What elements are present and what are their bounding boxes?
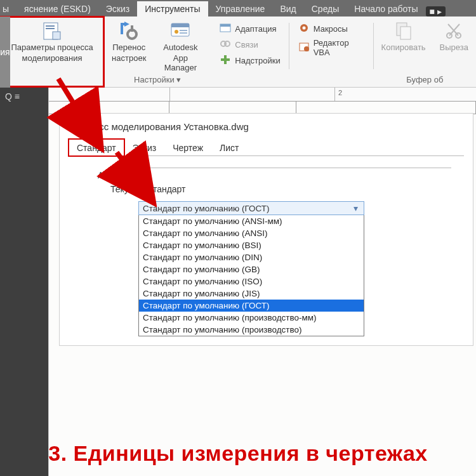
move-settings-label2: настроек — [112, 54, 146, 63]
svg-rect-7 — [171, 23, 189, 27]
combo-selected-text: Стандарт по умолчанию (ГОСТ) — [143, 204, 270, 213]
scissors-icon — [443, 20, 465, 42]
tab-manage[interactable]: Управление — [208, 1, 273, 17]
step-caption: 3. Единицы измерения в чертежах — [0, 441, 476, 466]
combo-dropdown: Стандарт по умолчанию (ANSI-мм) Стандарт… — [138, 215, 364, 336]
copy-label: Копировать — [381, 43, 426, 53]
chevron-down-icon: ▾ — [350, 203, 361, 213]
standard-combobox[interactable]: Стандарт по умолчанию (ГОСТ) ▾ Стандарт … — [138, 201, 364, 336]
vba-icon — [298, 41, 310, 55]
group-clipboard: Копировать Выреза Буфер об — [374, 17, 476, 87]
left-stub[interactable]: ия — [0, 17, 10, 88]
copy-button[interactable]: Копировать — [379, 19, 428, 54]
combo-selected[interactable]: Стандарт по умолчанию (ГОСТ) ▾ — [138, 201, 364, 215]
combo-option[interactable]: Стандарт по умолчанию (ANSI) — [139, 227, 364, 239]
dialog-tabs: Стандарт Эскиз Чертеж Лист — [69, 138, 464, 156]
svg-point-18 — [302, 27, 305, 30]
model-params-icon — [41, 20, 63, 42]
app-manager-label1: Autodesk — [163, 43, 197, 53]
svg-rect-3 — [46, 28, 55, 29]
dlg-tab-standard[interactable]: Стандарт — [69, 139, 124, 156]
combo-option[interactable]: Стандарт по умолчанию (BSI) — [139, 239, 364, 251]
ribbon: Параметры процесса моделирования Перенос… — [0, 17, 476, 88]
cut-button[interactable]: Выреза — [437, 19, 471, 54]
tab-eskd[interactable]: яснение (ESKD) — [17, 1, 98, 17]
wrench-arrow-icon — [118, 20, 140, 42]
svg-rect-2 — [46, 25, 55, 27]
svg-rect-22 — [400, 27, 411, 39]
addons-button[interactable]: Надстройки — [220, 53, 280, 68]
svg-point-20 — [304, 46, 309, 51]
combo-option[interactable]: Стандарт по умолчанию (DIN) — [139, 251, 364, 263]
combo-option[interactable]: Стандарт по умолчанию (производство-мм) — [139, 312, 364, 324]
dlg-tab-drawing[interactable]: Чертеж — [164, 139, 211, 156]
app-manager-label2: App Manager — [157, 54, 203, 73]
ribbon-tabs: ы яснение (ESKD) Эскиз Инструменты Управ… — [0, 0, 476, 17]
combo-option[interactable]: Стандарт по умолчанию (GB) — [139, 263, 364, 275]
vba-editor-label: Редактор VBA — [314, 38, 365, 57]
move-settings-label1: Перенос — [112, 43, 145, 53]
svg-rect-16 — [221, 58, 230, 61]
svg-rect-10 — [180, 32, 187, 34]
macros-button[interactable]: Макросы — [298, 22, 365, 36]
links-label: Связи — [235, 40, 258, 50]
addons-label: Надстройки — [235, 56, 280, 65]
app-manager-icon — [169, 20, 191, 42]
title-band — [49, 102, 476, 114]
links-icon — [220, 38, 231, 51]
vba-editor-button[interactable]: Редактор VBA — [298, 37, 365, 58]
adaptation-button[interactable]: Адаптация — [220, 22, 280, 36]
combo-option[interactable]: Стандарт по умолчанию (производство) — [139, 324, 364, 336]
combo-option[interactable]: Стандарт по умолчанию (JIS) — [139, 288, 364, 300]
svg-rect-1 — [53, 32, 60, 39]
model-process-dialog: Процесс моделирования Установка.dwg Стан… — [59, 113, 473, 346]
clipboard-group-label: Буфер об — [406, 75, 443, 87]
model-params-label2: моделирования — [22, 54, 83, 63]
svg-point-8 — [175, 30, 178, 34]
ruler-num-2: 2 — [338, 89, 342, 96]
group-macros: Макросы Редактор VBA — [289, 17, 374, 87]
svg-rect-12 — [220, 24, 230, 27]
model-params-button[interactable]: Параметры процесса моделирования — [8, 19, 95, 65]
left-search[interactable]: Q ≡ — [0, 88, 48, 105]
macros-label: Макросы — [314, 24, 348, 34]
ruler: 2 — [49, 88, 476, 102]
group-addons: Адаптация Связи Надстройки — [211, 17, 289, 87]
tab-tools[interactable]: Инструменты — [137, 1, 208, 17]
combo-option[interactable]: Стандарт по умолчанию (ANSI-мм) — [139, 215, 364, 227]
cut-label: Выреза — [440, 43, 468, 53]
svg-rect-5 — [131, 25, 133, 32]
settings-group-label[interactable]: Настройки ▾ — [134, 75, 181, 87]
left-panel: ия Q ≡ — [0, 88, 48, 476]
model-params-label1: Параметры процесса — [11, 43, 93, 53]
adaptation-icon — [220, 22, 231, 36]
adaptation-label: Адаптация — [235, 24, 276, 34]
combo-option-selected[interactable]: Стандарт по умолчанию (ГОСТ) — [139, 300, 364, 312]
addons-plus-icon — [220, 54, 231, 67]
current-standard-label: Текущий стандарт — [110, 182, 451, 196]
document-pane: 2 Процесс моделирования Установка.dwg Ст… — [48, 88, 476, 476]
dlg-tab-sheet[interactable]: Лист — [211, 139, 247, 156]
links-button[interactable]: Связи — [220, 37, 280, 52]
tab-getstarted[interactable]: Начало работы — [347, 1, 425, 17]
dlg-tab-sketch[interactable]: Эскиз — [124, 139, 164, 156]
svg-rect-9 — [180, 30, 187, 31]
macros-gear-icon — [298, 22, 310, 36]
tab-sketch[interactable]: Эскиз — [98, 1, 137, 17]
tab-env[interactable]: Среды — [304, 1, 347, 17]
move-settings-button[interactable]: Перенос настроек — [109, 19, 149, 74]
dialog-title: Процесс моделирования Установка.dwg — [69, 119, 464, 138]
combo-option[interactable]: Стандарт по умолчанию (ISO) — [139, 275, 364, 288]
copy-icon — [393, 20, 414, 42]
tab-view[interactable]: Вид — [272, 1, 303, 17]
tab-extra[interactable]: ■ ▸ — [426, 6, 446, 17]
group-settings: Перенос настроек Autodesk App Manager На… — [104, 17, 211, 87]
tab-trunc-left[interactable]: ы — [0, 1, 17, 17]
app-manager-button[interactable]: Autodesk App Manager — [155, 19, 206, 74]
group-model-params-highlight: Параметры процесса моделирования — [0, 17, 104, 87]
annotations-label: Аннотации — [98, 168, 451, 182]
